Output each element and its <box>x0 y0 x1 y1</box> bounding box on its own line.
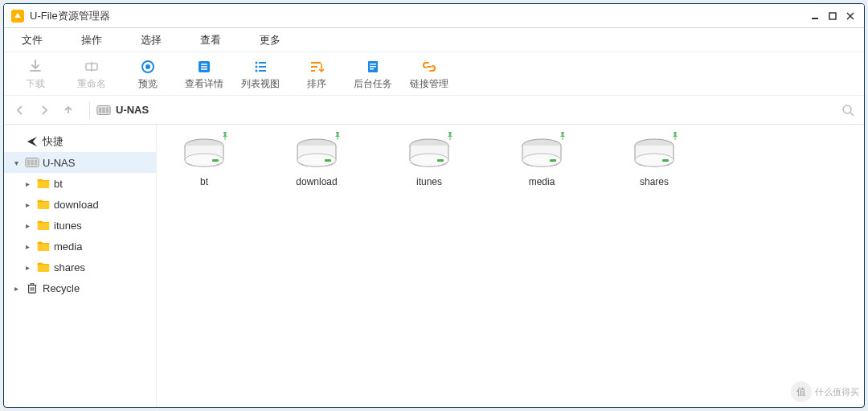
sidebar-item-bt[interactable]: ▸ bt <box>4 173 156 194</box>
chevron-right-icon: ▸ <box>22 200 33 209</box>
grid-item-label: bt <box>200 176 208 187</box>
grid-item-media[interactable]: media <box>506 136 578 187</box>
chevron-right-icon: ▸ <box>22 179 33 188</box>
grid-item-shares[interactable]: shares <box>618 136 690 187</box>
toolbar-bgtask[interactable]: 后台任务 <box>345 55 401 93</box>
content-area: bt download itunes media <box>157 125 864 407</box>
toolbar-download[interactable]: 下载 <box>7 55 63 93</box>
toolbar-download-label: 下载 <box>26 77 45 91</box>
drive-icon <box>294 136 339 170</box>
toolbar-linkmgr-label: 链接管理 <box>410 77 448 91</box>
grid-item-itunes[interactable]: itunes <box>393 136 465 187</box>
toolbar-rename[interactable]: 重命名 <box>63 55 120 93</box>
toolbar-bgtask-label: 后台任务 <box>354 77 392 91</box>
grid-item-label: itunes <box>416 176 442 187</box>
grid-item-label: media <box>529 176 555 187</box>
nav-up[interactable] <box>59 101 78 120</box>
details-icon <box>195 58 213 76</box>
svg-point-17 <box>256 66 258 68</box>
sidebar-item-label: itunes <box>54 220 82 232</box>
chevron-right-icon: ▸ <box>22 221 33 230</box>
svg-rect-19 <box>259 62 266 64</box>
breadcrumb-root: U-NAS <box>116 104 149 116</box>
menubar: 文件 操作 选择 查看 更多 <box>4 28 864 52</box>
quick-icon <box>25 135 39 148</box>
toolbar: 下载 重命名 预览 查看详情 列表视图 <box>4 52 864 96</box>
sidebar-root[interactable]: ▾ U-NAS <box>4 152 156 173</box>
watermark: 值 什么值得买 <box>791 381 859 402</box>
nav-forward[interactable] <box>35 101 54 120</box>
chevron-right-icon: ▸ <box>22 242 33 251</box>
menu-more[interactable]: 更多 <box>248 30 292 51</box>
maximize-button[interactable] <box>825 9 840 23</box>
sidebar-item-label: media <box>54 240 82 253</box>
sort-icon <box>308 58 326 76</box>
sidebar-item-label: download <box>54 199 99 211</box>
svg-point-16 <box>256 62 258 64</box>
menu-file[interactable]: 文件 <box>10 30 54 51</box>
sidebar-recycle[interactable]: ▸ Recycle <box>4 277 156 298</box>
svg-rect-11 <box>829 13 836 19</box>
search-button[interactable] <box>838 101 858 120</box>
chevron-right-icon: ▸ <box>10 284 22 293</box>
watermark-icon: 值 <box>791 381 812 402</box>
sidebar-quick-label: 快捷 <box>43 134 63 149</box>
folder-icon <box>36 198 51 211</box>
navbar: U-NAS <box>4 96 864 125</box>
sidebar-quick[interactable]: 快捷 <box>4 131 156 152</box>
svg-rect-10 <box>812 18 818 19</box>
sidebar-root-label: U-NAS <box>43 157 75 169</box>
toolbar-rename-label: 重命名 <box>77 77 106 91</box>
svg-rect-23 <box>311 66 317 68</box>
svg-point-18 <box>256 70 258 72</box>
toolbar-listview[interactable]: 列表视图 <box>232 55 289 93</box>
grid-item-label: download <box>296 176 337 187</box>
sidebar-item-shares[interactable]: ▸ shares <box>4 257 156 277</box>
linkmgr-icon <box>420 58 438 76</box>
menu-select[interactable]: 选择 <box>129 30 173 51</box>
svg-rect-22 <box>311 62 321 64</box>
sidebar-item-label: bt <box>54 178 63 190</box>
svg-rect-26 <box>370 64 376 65</box>
drive-icon <box>632 136 677 170</box>
toolbar-sort-label: 排序 <box>307 77 326 91</box>
grid-item-download[interactable]: download <box>280 136 353 187</box>
grid-item-bt[interactable]: bt <box>168 136 240 187</box>
sidebar-item-download[interactable]: ▸ download <box>4 194 156 215</box>
svg-point-14 <box>145 64 150 69</box>
sidebar: 快捷 ▾ U-NAS ▸ bt ▸ download ▸ itunes <box>4 125 157 407</box>
grid-item-label: shares <box>640 176 669 187</box>
breadcrumb[interactable]: U-NAS <box>96 104 838 116</box>
sidebar-recycle-label: Recycle <box>43 282 80 294</box>
svg-rect-21 <box>259 70 266 72</box>
toolbar-linkmgr[interactable]: 链接管理 <box>401 55 457 93</box>
menu-action[interactable]: 操作 <box>70 30 113 51</box>
folder-icon <box>36 240 51 253</box>
toolbar-preview[interactable]: 预览 <box>120 55 176 93</box>
recycle-icon <box>25 282 39 294</box>
sidebar-item-itunes[interactable]: ▸ itunes <box>4 215 156 236</box>
menu-view[interactable]: 查看 <box>189 30 232 51</box>
folder-icon <box>36 261 51 273</box>
bgtask-icon <box>364 58 382 76</box>
sidebar-item-media[interactable]: ▸ media <box>4 236 156 257</box>
svg-rect-27 <box>370 66 376 68</box>
app-icon <box>10 9 25 23</box>
listview-icon <box>252 58 269 76</box>
minimize-button[interactable] <box>808 9 822 23</box>
svg-rect-24 <box>311 70 315 72</box>
chevron-right-icon: ▸ <box>22 263 33 272</box>
drive-icon <box>519 136 564 170</box>
toolbar-details[interactable]: 查看详情 <box>176 55 232 93</box>
nav-back[interactable] <box>10 101 30 120</box>
nas-icon <box>25 156 39 169</box>
toolbar-details-label: 查看详情 <box>185 77 223 91</box>
close-button[interactable] <box>843 9 858 23</box>
svg-point-29 <box>843 105 851 113</box>
toolbar-sort[interactable]: 排序 <box>289 55 345 93</box>
titlebar: U-File资源管理器 <box>4 4 864 28</box>
download-icon <box>27 58 44 76</box>
watermark-text: 什么值得买 <box>815 386 859 398</box>
svg-rect-28 <box>370 68 374 70</box>
app-title: U-File资源管理器 <box>30 9 110 23</box>
